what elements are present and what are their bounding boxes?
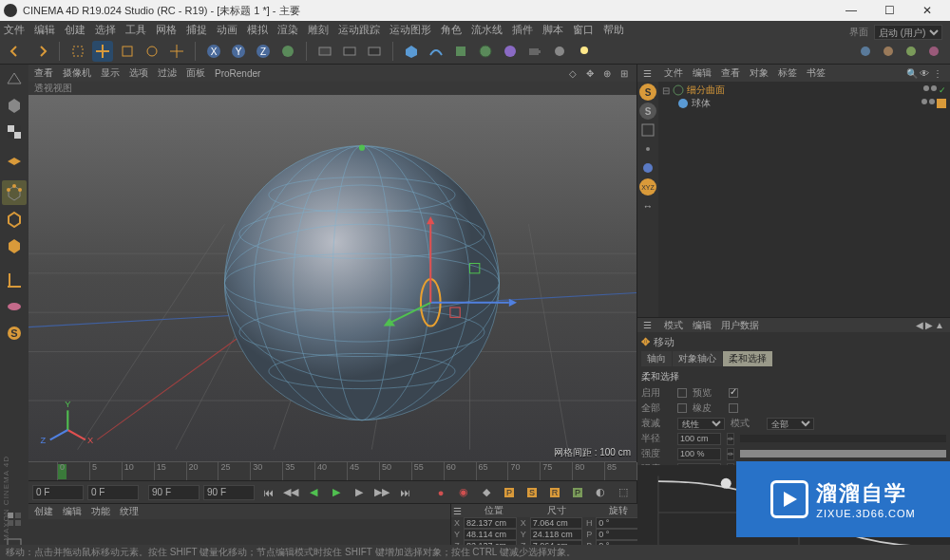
menu-script[interactable]: 脚本 (542, 23, 563, 37)
vp-nav1-icon[interactable]: ◇ (566, 66, 580, 80)
vp-tab-display[interactable]: 显示 (101, 66, 120, 80)
undo-button[interactable] (6, 41, 27, 62)
model-mode-button[interactable] (2, 93, 27, 118)
light-button[interactable] (549, 41, 570, 62)
frame-current[interactable]: 0 F (32, 485, 84, 500)
attr-tab-objaxis[interactable]: 对象轴心 (673, 351, 722, 366)
generator-button[interactable] (450, 41, 471, 62)
redo-button[interactable] (30, 41, 51, 62)
menu-character[interactable]: 角色 (441, 23, 462, 37)
vis-render-icon[interactable] (929, 99, 935, 104)
x-axis-button[interactable]: X (203, 41, 224, 62)
obj-menu-file[interactable]: 文件 (664, 66, 683, 80)
attr-tab-axis[interactable]: 轴向 (641, 351, 672, 366)
scale-tool[interactable] (117, 41, 138, 62)
close-button[interactable]: ✕ (908, 1, 946, 20)
attr-menu-mode[interactable]: 模式 (664, 319, 683, 332)
mat-tab-function[interactable]: 功能 (91, 505, 110, 518)
vp-tab-camera[interactable]: 摄像机 (63, 66, 91, 80)
eye-icon[interactable]: 👁 (920, 68, 931, 79)
mode-select[interactable]: 全部 (767, 418, 814, 430)
record-button[interactable]: ● (431, 484, 450, 501)
autokey-button[interactable]: ◉ (454, 484, 473, 501)
axis-button[interactable] (2, 268, 27, 292)
enable-checkbox[interactable] (677, 388, 687, 398)
attr-nav-fwd[interactable]: ▶ (925, 320, 933, 330)
attr-tab-softsel[interactable]: 柔和选择 (723, 351, 772, 366)
key-extra2-button[interactable]: ⬚ (614, 484, 633, 501)
goto-end-button[interactable]: ⏭ (395, 484, 414, 501)
menu-window[interactable]: 窗口 (573, 23, 594, 37)
key-extra-button[interactable]: ◐ (591, 484, 610, 501)
tweak-button[interactable] (2, 294, 27, 319)
make-editable-button[interactable] (2, 66, 27, 91)
coord-pos[interactable]: 48.114 cm (464, 529, 517, 540)
rotate-tool[interactable] (142, 41, 162, 62)
radius-slider[interactable] (740, 435, 946, 442)
attr-nav-back[interactable]: ◀ (916, 320, 923, 330)
menu-icon[interactable]: ⋮ (933, 68, 944, 79)
timeline[interactable]: 051015202530354045505560657075808590 (28, 461, 636, 480)
snap-mode-icon[interactable]: S (639, 103, 656, 120)
key-scale-button[interactable]: S (522, 484, 542, 501)
clamp-checkbox[interactable] (729, 403, 738, 413)
spline-button[interactable] (426, 41, 446, 62)
strength-slider[interactable] (740, 450, 946, 457)
content-button-4[interactable] (923, 41, 944, 62)
next-key-button[interactable]: ▶▶ (372, 484, 391, 501)
obj-menu-object[interactable]: 对象 (750, 66, 769, 80)
menu-mesh[interactable]: 网格 (156, 23, 177, 37)
snap-sphere-icon[interactable] (639, 159, 656, 177)
obj-menu-bookmarks[interactable]: 书签 (807, 66, 826, 80)
vis-render-icon[interactable] (931, 85, 937, 91)
menu-edit[interactable]: 编辑 (34, 23, 55, 37)
vp-tab-prorender[interactable]: ProRender (215, 68, 260, 79)
render-view-button[interactable] (314, 41, 335, 62)
enable-icon[interactable]: ✓ (939, 85, 946, 95)
viewport-3d[interactable]: X Y Z (28, 95, 636, 461)
polygons-mode-button[interactable] (2, 233, 27, 258)
obj-menu-view[interactable]: 查看 (721, 66, 740, 80)
key-rot-button[interactable]: R (545, 484, 564, 501)
snap-arrow-icon[interactable]: ↔ (639, 197, 656, 215)
move-tool[interactable] (92, 41, 113, 62)
y-axis-button[interactable]: Y (228, 41, 249, 62)
next-frame-button[interactable]: ▶ (350, 484, 369, 501)
attr-menu-edit[interactable]: 编辑 (693, 319, 712, 332)
preview-checkbox[interactable] (729, 388, 738, 398)
select-tool[interactable] (67, 41, 88, 62)
deformer-button[interactable] (475, 41, 496, 62)
coord-size[interactable]: 7.064 cm (530, 517, 583, 529)
key-button[interactable]: ◆ (477, 484, 496, 501)
vp-tab-options[interactable]: 选项 (129, 66, 148, 80)
mat-tab-create[interactable]: 创建 (34, 505, 53, 518)
vis-editor-icon[interactable] (923, 85, 929, 91)
layout-dropdown[interactable]: 启动 (用户) (874, 25, 942, 40)
radius-spinner[interactable]: ◂▸ (727, 433, 734, 445)
object-name[interactable]: 球体 (692, 97, 711, 110)
vp-tab-view[interactable]: 查看 (34, 66, 53, 80)
coord-size[interactable]: 24.118 cm (530, 529, 583, 540)
radius-field[interactable]: 100 cm (677, 433, 721, 445)
falloff-select[interactable]: 线性 (677, 418, 725, 430)
mat-tab-edit[interactable]: 编辑 (63, 505, 82, 518)
snap-toggle-icon[interactable]: S (639, 84, 656, 101)
tag-phong-icon[interactable] (937, 99, 946, 108)
prev-frame-button[interactable]: ◀ (304, 484, 323, 501)
workplane-button[interactable] (2, 146, 27, 171)
attr-nav-up[interactable]: ▲ (935, 320, 944, 330)
menu-tracker[interactable]: 运动跟踪 (338, 23, 380, 37)
menu-pipeline[interactable]: 流水线 (471, 23, 503, 37)
menu-select[interactable]: 选择 (95, 23, 116, 37)
frame-end-a[interactable]: 90 F (148, 485, 200, 500)
obj-menu-tags[interactable]: 标签 (778, 66, 797, 80)
last-tool[interactable] (166, 41, 187, 62)
menu-mograph[interactable]: 运动图形 (390, 23, 431, 37)
menu-create[interactable]: 创建 (65, 23, 86, 37)
coord-system-button[interactable] (277, 41, 298, 62)
content-button-3[interactable] (901, 41, 922, 62)
strength-spinner[interactable]: ◂▸ (727, 448, 734, 460)
snap-grid-icon[interactable] (639, 121, 656, 139)
vp-tab-filter[interactable]: 过滤 (158, 66, 177, 80)
menu-plugins[interactable]: 插件 (512, 23, 533, 37)
